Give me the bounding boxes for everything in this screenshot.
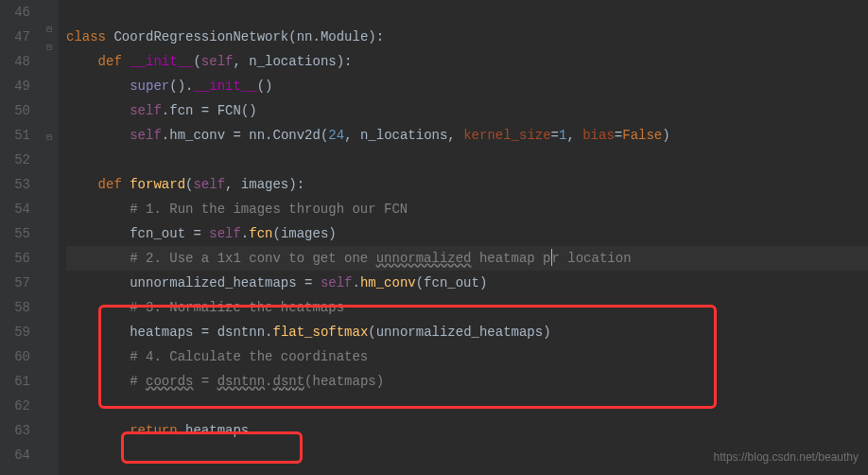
line-number: 52 [0,148,30,172]
fold-down-icon[interactable]: ⊟ [43,43,55,54]
fold-down-icon[interactable]: ⊟ [43,132,55,144]
code-line[interactable]: heatmaps = dsntnn.flat_softmax(unnormali… [66,320,868,344]
code-line[interactable] [66,0,868,25]
code-line[interactable]: self.hm_conv = nn.Conv2d(24, n_locations… [66,123,868,148]
code-line[interactable]: # 4. Calculate the coordinates [66,344,868,369]
code-line[interactable]: super().__init__() [66,74,868,98]
line-number: 46 [0,0,30,25]
code-editor[interactable]: 46 47 48 49 50 51 52 53 54 55 56 57 58 5… [0,0,868,475]
code-line[interactable]: class CoordRegressionNetwork(nn.Module): [66,25,868,49]
code-line[interactable]: fcn_out = self.fcn(images) [66,221,868,246]
line-number: 54 [0,197,30,221]
code-line[interactable]: def forward(self, images): [66,172,868,197]
line-number: 60 [0,344,30,369]
line-number: 64 [0,443,30,467]
line-number: 49 [0,74,30,98]
line-number: 53 [0,172,30,197]
code-line[interactable] [66,394,868,418]
line-number: 62 [0,394,30,418]
code-line[interactable]: # 3. Normalize the heatmaps [66,295,868,320]
code-line[interactable]: return heatmaps [66,418,868,443]
line-number: 50 [0,98,30,123]
line-number: 51 [0,123,30,148]
line-number: 58 [0,295,30,320]
line-number: 57 [0,271,30,295]
code-line[interactable]: self.fcn = FCN() [66,98,868,123]
code-line[interactable]: # coords = dsntnn.dsnt(heatmaps) [66,369,868,394]
fold-column: ⊟ ⊟ ⊟ [40,0,59,475]
code-line[interactable]: def __init__(self, n_locations): [66,49,868,74]
watermark: https://blog.csdn.net/beauthy [714,445,859,469]
code-line-current[interactable]: # 2. Use a 1x1 conv to get one unnormali… [66,246,868,271]
line-number: 63 [0,418,30,443]
code-line[interactable]: # 1. Run the images through our FCN [66,197,868,221]
line-number: 61 [0,369,30,394]
code-line[interactable] [66,148,868,172]
line-number: 56 [0,246,30,271]
line-number: 59 [0,320,30,344]
fold-down-icon[interactable]: ⊟ [43,25,55,36]
line-number: 55 [0,221,30,246]
text-cursor [551,249,552,266]
code-line[interactable]: unnormalized_heatmaps = self.hm_conv(fcn… [66,271,868,295]
line-number-gutter: 46 47 48 49 50 51 52 53 54 55 56 57 58 5… [0,0,40,475]
line-number: 47 [0,25,30,49]
code-content[interactable]: class CoordRegressionNetwork(nn.Module):… [59,0,868,475]
line-number: 48 [0,49,30,74]
fold-down-icon[interactable] [43,7,55,18]
